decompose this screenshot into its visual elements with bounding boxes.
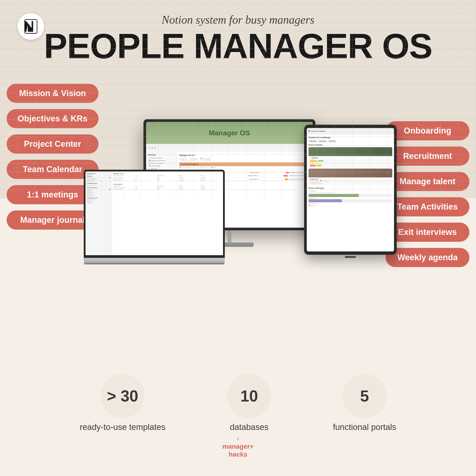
stat-portals: 5 functional portals bbox=[333, 374, 396, 432]
stat-portals-label: functional portals bbox=[333, 423, 396, 432]
brand-plus-symbol: + bbox=[222, 435, 254, 442]
brand-plus-inline: + bbox=[250, 443, 254, 450]
stat-templates-label: ready-to-use templates bbox=[80, 423, 166, 432]
pill-exit-interviews[interactable]: Exit interviews bbox=[386, 222, 469, 242]
laptop-base bbox=[84, 258, 225, 263]
stat-templates: > 30 ready-to-use templates bbox=[80, 374, 166, 432]
stat-databases-number: 10 bbox=[240, 387, 258, 405]
stat-databases: 10 databases bbox=[227, 374, 271, 432]
stat-databases-label: databases bbox=[227, 423, 271, 432]
stats-section: > 30 ready-to-use templates 10 databases… bbox=[0, 374, 476, 432]
brand-name: manager+ hacks bbox=[222, 442, 254, 458]
brand-name-line2: hacks bbox=[229, 451, 247, 458]
pill-weekly-agenda[interactable]: Weekly agenda bbox=[386, 248, 469, 267]
pill-team-activities[interactable]: Team Activities bbox=[386, 197, 469, 216]
stat-templates-number: > 30 bbox=[107, 387, 138, 405]
brand-logo: + manager+ hacks bbox=[222, 435, 254, 458]
stat-portals-number: 5 bbox=[360, 387, 369, 405]
brand-name-line1: manager bbox=[222, 443, 250, 450]
